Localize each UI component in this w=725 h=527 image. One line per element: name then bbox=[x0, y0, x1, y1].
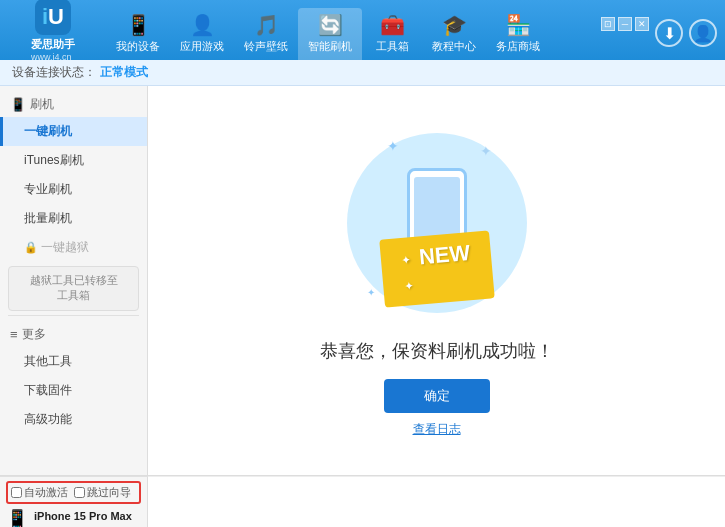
sparkle-3: ✦ bbox=[367, 287, 375, 298]
device-section: 自动激活 跳过向导 📱 iPhone 15 Pro Max 512GB iPho… bbox=[0, 476, 148, 527]
window-close-button[interactable]: ✕ bbox=[635, 17, 649, 31]
tab-apps[interactable]: 👤 应用游戏 bbox=[170, 8, 234, 60]
skip-guide-checkbox-label[interactable]: 跳过向导 bbox=[74, 485, 131, 500]
header-right: ⊡ ─ ✕ ⬇ 👤 bbox=[601, 13, 717, 47]
sidebar-section-flash: 📱 刷机 bbox=[0, 90, 147, 117]
sidebar-item-advanced[interactable]: 高级功能 bbox=[0, 405, 147, 434]
tab-smart-flash[interactable]: 🔄 智能刷机 bbox=[298, 8, 362, 60]
bottom-area: 自动激活 跳过向导 📱 iPhone 15 Pro Max 512GB iPho… bbox=[0, 475, 725, 527]
tab-my-device[interactable]: 📱 我的设备 bbox=[106, 8, 170, 60]
sidebar-item-pro-flash[interactable]: 专业刷机 bbox=[0, 175, 147, 204]
device-row: 自动激活 跳过向导 📱 iPhone 15 Pro Max 512GB iPho… bbox=[0, 475, 725, 527]
success-message: 恭喜您，保资料刷机成功啦！ bbox=[320, 339, 554, 363]
sub-header: 设备连接状态： 正常模式 bbox=[0, 60, 725, 86]
flash-section-icon: 📱 bbox=[10, 97, 26, 112]
sidebar-item-download-firmware[interactable]: 下载固件 bbox=[0, 376, 147, 405]
sparkle-2: ✦ bbox=[480, 143, 492, 159]
sidebar-item-other-tools[interactable]: 其他工具 bbox=[0, 347, 147, 376]
header: iU 爱思助手 www.i4.cn 📱 我的设备 👤 应用游戏 🎵 铃声壁纸 🔄… bbox=[0, 0, 725, 60]
main-content: ✦ ✦ ✦ NEW 恭喜您，保资料刷机成功啦！ 确定 查看日志 bbox=[148, 86, 725, 475]
log-link[interactable]: 查看日志 bbox=[413, 421, 461, 438]
device-phone-icon: 📱 bbox=[6, 508, 28, 527]
sparkle-1: ✦ bbox=[387, 138, 399, 154]
app-logo: iU bbox=[35, 0, 71, 35]
ringtone-icon: 🎵 bbox=[254, 13, 279, 37]
apps-icon: 👤 bbox=[190, 13, 215, 37]
device-info: 📱 iPhone 15 Pro Max 512GB iPhone bbox=[6, 508, 141, 527]
sidebar-jailbreak-notice: 越狱工具已转移至 工具箱 bbox=[8, 266, 139, 311]
device-checkbox-row: 自动激活 跳过向导 bbox=[6, 481, 141, 504]
confirm-button[interactable]: 确定 bbox=[384, 379, 490, 413]
logo-text: 爱思助手 www.i4.cn bbox=[31, 37, 75, 62]
toolbox-icon: 🧰 bbox=[380, 13, 405, 37]
nav-tabs: 📱 我的设备 👤 应用游戏 🎵 铃声壁纸 🔄 智能刷机 🧰 工具箱 🎓 教程中心… bbox=[106, 0, 601, 60]
new-ribbon: NEW bbox=[379, 230, 495, 307]
sidebar-item-batch-flash[interactable]: 批量刷机 bbox=[0, 204, 147, 233]
logo-area: iU 爱思助手 www.i4.cn bbox=[8, 0, 98, 62]
tab-store[interactable]: 🏪 务店商域 bbox=[486, 8, 550, 60]
sidebar-divider bbox=[8, 315, 139, 316]
skip-guide-checkbox[interactable] bbox=[74, 487, 85, 498]
device-name: iPhone 15 Pro Max bbox=[34, 508, 132, 525]
device-icon: 📱 bbox=[126, 13, 151, 37]
tutorial-icon: 🎓 bbox=[442, 13, 467, 37]
tab-toolbox[interactable]: 🧰 工具箱 bbox=[362, 8, 422, 60]
smart-flash-icon: 🔄 bbox=[318, 13, 343, 37]
device-row-right bbox=[148, 476, 725, 527]
auto-activate-checkbox-label[interactable]: 自动激活 bbox=[11, 485, 68, 500]
window-minimize-button[interactable]: ─ bbox=[618, 17, 632, 31]
window-restore-button[interactable]: ⊡ bbox=[601, 17, 615, 31]
sidebar-section-more: ≡ 更多 bbox=[0, 320, 147, 347]
download-button[interactable]: ⬇ bbox=[655, 19, 683, 47]
sidebar: 📱 刷机 一键刷机 iTunes刷机 专业刷机 批量刷机 🔒 一键越狱 越狱工具… bbox=[0, 86, 148, 475]
device-details: iPhone 15 Pro Max 512GB iPhone bbox=[34, 508, 132, 527]
tab-ringtone[interactable]: 🎵 铃声壁纸 bbox=[234, 8, 298, 60]
sidebar-item-itunes-flash[interactable]: iTunes刷机 bbox=[0, 146, 147, 175]
tab-tutorial[interactable]: 🎓 教程中心 bbox=[422, 8, 486, 60]
phone-illustration: ✦ ✦ ✦ NEW bbox=[327, 123, 547, 323]
sidebar-item-jailbreak: 🔒 一键越狱 bbox=[0, 233, 147, 262]
sidebar-item-one-key-flash[interactable]: 一键刷机 bbox=[0, 117, 147, 146]
auto-activate-checkbox[interactable] bbox=[11, 487, 22, 498]
more-section-icon: ≡ bbox=[10, 327, 18, 342]
user-button[interactable]: 👤 bbox=[689, 19, 717, 47]
store-icon: 🏪 bbox=[506, 13, 531, 37]
